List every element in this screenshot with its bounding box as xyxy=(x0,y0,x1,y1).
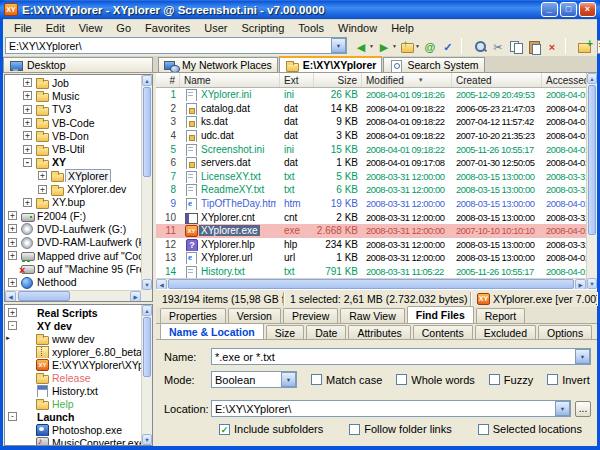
menu-item[interactable]: File xyxy=(7,22,39,34)
checkbox[interactable] xyxy=(489,374,500,385)
checkbox-option[interactable]: Fuzzy xyxy=(489,374,533,386)
tree-item[interactable]: + XY.bup xyxy=(5,196,141,209)
catalog-item[interactable]: - XY dev xyxy=(5,319,141,332)
ks.dat[interactable]: 3 ks.dat dat 9 KB 2008-04-01 09:18:22 20… xyxy=(156,115,586,129)
back-button[interactable]: ◀▼ xyxy=(353,37,375,55)
tree-horizontal-scrollbar[interactable]: ◀ ▶ xyxy=(5,290,141,301)
find-files-button[interactable] xyxy=(472,37,489,55)
scroll-right-icon[interactable]: ▶ xyxy=(130,291,141,302)
browse-button[interactable]: ... xyxy=(575,401,591,417)
scrollbar-thumb[interactable] xyxy=(168,279,574,289)
scroll-up-icon[interactable]: ▲ xyxy=(142,305,152,316)
expander-icon[interactable]: + xyxy=(8,238,17,247)
up-button[interactable]: ▼ xyxy=(399,37,421,55)
expander-icon[interactable]: + xyxy=(23,78,32,87)
location-input[interactable]: E:\XY\XYplorer\ ▼ xyxy=(211,400,571,417)
info-tab[interactable]: Find Files xyxy=(407,306,474,323)
tree-item[interactable]: + Job xyxy=(5,76,141,89)
checkbox-option[interactable]: Selected locations xyxy=(478,423,582,435)
mode-select[interactable]: Boolean ▼ xyxy=(211,371,297,388)
tree-item[interactable]: + VB-Util xyxy=(5,142,141,155)
scroll-down-icon[interactable]: ▼ xyxy=(142,434,152,445)
cut-button[interactable]: ✂ xyxy=(490,37,507,55)
tree-item[interactable]: - XY xyxy=(5,156,141,169)
copy-button[interactable] xyxy=(508,37,525,55)
catalog-item[interactable]: Release xyxy=(5,371,141,384)
expander-icon[interactable]: - xyxy=(8,412,17,421)
ReadmeXY.txt[interactable]: 8 ReadmeXY.txt txt 6 KB 2008-03-31 12:00… xyxy=(156,183,586,197)
column-header-size[interactable]: Size xyxy=(314,73,362,87)
expander-icon[interactable]: + xyxy=(23,118,32,127)
catalog-item[interactable]: E:\XY\XYplorer\XYplorer.exe xyxy=(5,358,141,371)
info-tab[interactable]: Version xyxy=(228,308,281,323)
column-header-modified[interactable]: Modified▼ xyxy=(362,73,452,87)
go-checkmark-button[interactable]: ✓ xyxy=(440,37,457,55)
expander-icon[interactable]: - xyxy=(23,158,32,167)
new-folder-button[interactable] xyxy=(576,37,593,55)
checkbox[interactable] xyxy=(478,424,489,435)
expander-icon[interactable]: + xyxy=(8,308,17,317)
forward-button[interactable]: ▶▼ xyxy=(376,37,398,55)
name-dropdown-button[interactable]: ▼ xyxy=(575,349,590,364)
expander-icon[interactable]: + xyxy=(23,105,32,114)
expander-icon[interactable]: + xyxy=(8,211,17,220)
menu-item[interactable]: User xyxy=(197,22,234,34)
panel-tab[interactable]: E:\XY\XYplorer xyxy=(279,56,383,72)
tree-item[interactable]: + VB-Code xyxy=(5,116,141,129)
checkbox[interactable]: ✓ xyxy=(219,424,230,435)
scrollbar-thumb[interactable] xyxy=(18,291,70,301)
column-header-created[interactable]: Created xyxy=(452,73,542,87)
checkbox[interactable] xyxy=(349,424,360,435)
expander-icon[interactable]: + xyxy=(8,251,17,260)
tree-item[interactable]: + VB-Don xyxy=(5,129,141,142)
tree-item[interactable]: D auf "Machine 95 (Freezone)" xyxy=(5,262,141,275)
menu-item[interactable]: Window xyxy=(331,22,384,34)
find-files-subtab[interactable]: Size xyxy=(266,325,304,339)
close-button[interactable]: × xyxy=(579,2,596,17)
scroll-up-icon[interactable]: ▲ xyxy=(587,73,597,84)
Screenshot.ini[interactable]: 5 Screenshot.ini ini 15 KB 2008-04-01 09… xyxy=(156,142,586,156)
column-header-name[interactable]: Name xyxy=(180,73,280,87)
column-header-ext[interactable]: Ext xyxy=(280,73,314,87)
tree-item[interactable]: + Mapped drive auf "Cooper\Shar xyxy=(5,249,141,262)
LicenseXY.txt[interactable]: 7 LicenseXY.txt txt 5 KB 2008-03-31 12:0… xyxy=(156,170,586,184)
tree-item[interactable]: + TV3 xyxy=(5,103,141,116)
catalog-item[interactable]: History.txt xyxy=(5,384,141,397)
checkbox[interactable] xyxy=(547,374,558,385)
address-bar[interactable]: E:\XY\XYplorer\ ▼ xyxy=(5,37,347,54)
properties-button[interactable] xyxy=(594,37,600,55)
expander-icon[interactable]: + xyxy=(23,198,32,207)
scrollbar-thumb[interactable] xyxy=(588,85,596,235)
minimize-button[interactable]: _ xyxy=(541,2,558,17)
catalog-item[interactable]: + Real Scripts xyxy=(5,306,141,319)
tree-item[interactable]: + DVD-RAM-Laufwerk (H:) xyxy=(5,236,141,249)
catalog.dat[interactable]: 2 catalog.dat dat 14 KB 2008-04-01 09:18… xyxy=(156,102,586,116)
expander-icon[interactable]: + xyxy=(23,145,32,154)
scroll-up-icon[interactable]: ▲ xyxy=(142,75,152,86)
tree-item[interactable]: + XYplorer.dev xyxy=(5,182,141,195)
name-input[interactable]: *.exe or *.txt ▼ xyxy=(211,348,591,365)
XYplorer.exe[interactable]: 11 XYplorer.exe exe 2.668 KB 2008-03-31 … xyxy=(156,224,586,238)
menu-item[interactable]: Go xyxy=(109,22,138,34)
scroll-left-icon[interactable]: ◀ xyxy=(5,291,16,302)
location-dropdown-button[interactable]: ▼ xyxy=(555,401,570,416)
menu-item[interactable]: Help xyxy=(384,22,421,34)
checkbox[interactable] xyxy=(311,374,322,385)
XYplorer.url[interactable]: 13 XYplorer.url url 1 KB 2008-03-31 12:0… xyxy=(156,251,586,265)
find-files-subtab[interactable]: Date xyxy=(306,325,346,339)
checkbox-option[interactable]: Whole words xyxy=(396,374,475,386)
list-vertical-scrollbar[interactable]: ▲ ▼ xyxy=(586,73,597,289)
list-horizontal-scrollbar[interactable]: ◀ ▶ xyxy=(156,278,586,289)
expander-icon[interactable]: + xyxy=(8,278,17,287)
catalog-item[interactable]: Photoshop.exe xyxy=(5,423,141,436)
info-tab[interactable]: Preview xyxy=(283,308,338,323)
refresh-button[interactable]: @ xyxy=(422,37,439,55)
address-dropdown-button[interactable]: ▼ xyxy=(331,38,346,53)
servers.dat[interactable]: 6 servers.dat dat 1 KB 2008-04-01 09:17:… xyxy=(156,156,586,170)
TipOfTheDay.htm[interactable]: 9 TipOfTheDay.htm htm 19 KB 2008-03-31 1… xyxy=(156,197,586,211)
find-files-subtab[interactable]: Options xyxy=(538,325,592,339)
tree-item[interactable]: + Music xyxy=(5,89,141,102)
expander-icon[interactable]: + xyxy=(23,131,32,140)
title-bar[interactable]: XY E:\XY\XYplorer - XYplorer @ Screensho… xyxy=(0,0,600,19)
tree-vertical-scrollbar[interactable]: ▲ ▼ xyxy=(141,75,152,290)
